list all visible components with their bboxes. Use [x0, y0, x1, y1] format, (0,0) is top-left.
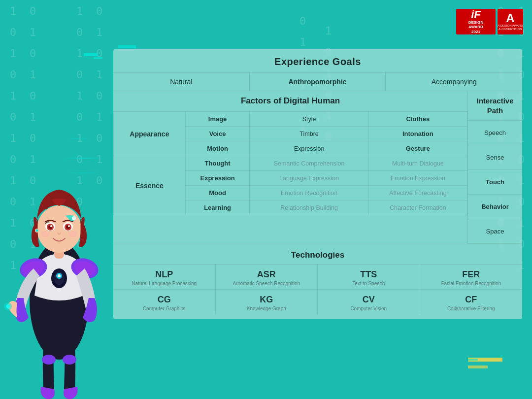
- technologies-section: Technologies NLP Natural Language Proces…: [113, 244, 522, 319]
- if-award-text: DESIGN AWARD 2021: [468, 20, 484, 34]
- deco-cyan-bar4: [468, 359, 478, 361]
- tech-cv-full: Computer Vision: [321, 306, 417, 311]
- ip-items-list: Speech Sense Touch Behavior Space: [468, 121, 522, 244]
- factors-title: Factors of Digital Human: [113, 91, 467, 111]
- svg-point-26: [72, 216, 76, 220]
- interactive-path-title: Interactive Path: [468, 91, 522, 121]
- tech-nlp-abbr: NLP: [116, 269, 212, 280]
- svg-point-22: [41, 231, 50, 237]
- tech-fer-full: Facial Emotion Recognition: [423, 281, 520, 286]
- svg-point-25: [36, 230, 38, 232]
- goal-anthropomorphic: Anthropomorphic: [250, 73, 386, 91]
- svg-point-11: [58, 274, 61, 277]
- factor-lang-exp: Language Expression: [250, 171, 368, 186]
- factor-mood: Mood: [185, 186, 250, 200]
- factor-voice: Voice: [185, 127, 250, 141]
- tech-grid-row1: NLP Natural Language Processing ASR Auto…: [113, 265, 522, 290]
- tech-cf: CF Collaborative Filtering: [420, 290, 523, 314]
- factor-affective: Affective Forecasting: [368, 186, 467, 200]
- tech-cg-full: Computer Graphics: [116, 306, 212, 311]
- tech-cv-abbr: CV: [321, 295, 417, 305]
- goal-natural: Natural: [113, 73, 250, 91]
- factor-thought: Thought: [185, 156, 250, 171]
- tech-asr-full: Automatic Speech Recognition: [219, 281, 315, 286]
- tech-asr: ASR Automatic Speech Recognition: [216, 265, 318, 289]
- tech-grid-row2: CG Computer Graphics KG Knowledge Graph …: [113, 290, 522, 314]
- factor-expression-app: Expression: [250, 141, 368, 156]
- tech-cg: CG Computer Graphics: [113, 290, 216, 314]
- factors-table: Appearance Image Style Clothes Voice Tim…: [113, 111, 467, 215]
- awards-container: iF DESIGN AWARD 2021 A A'DESIGN AWARD & …: [456, 9, 523, 34]
- table-row: Appearance Image Style Clothes: [114, 112, 467, 127]
- technologies-title: Technologies: [113, 244, 522, 265]
- tech-nlp: NLP Natural Language Processing: [113, 265, 216, 289]
- factor-gesture: Gesture: [368, 141, 467, 156]
- deco-yellow-bar2: [468, 366, 488, 368]
- ip-space: Space: [468, 219, 522, 244]
- a-award-letter: A: [506, 12, 514, 24]
- table-row: Essence Thought Semantic Comprehension M…: [114, 156, 467, 171]
- svg-point-21: [68, 225, 70, 227]
- if-logo: iF: [471, 9, 481, 20]
- tech-cf-abbr: CF: [423, 295, 520, 305]
- svg-point-28: [6, 304, 10, 308]
- svg-point-17: [50, 225, 52, 227]
- ip-behavior: Behavior: [468, 195, 522, 219]
- tech-kg: KG Knowledge Graph: [216, 290, 318, 314]
- avatar-svg: [0, 103, 128, 399]
- factor-emo-exp: Emotion Expression: [368, 171, 467, 186]
- goal-accompanying: Accompanying: [386, 73, 522, 91]
- deco-cyan-bar1: [84, 53, 98, 56]
- ip-speech: Speech: [468, 121, 522, 145]
- avatar-area: [0, 103, 128, 399]
- factor-char-form: Character Formation: [368, 200, 467, 215]
- svg-point-7: [63, 355, 76, 365]
- tech-kg-abbr: KG: [219, 295, 315, 305]
- factor-motion: Motion: [185, 141, 250, 156]
- tech-tts-abbr: TTS: [321, 269, 417, 280]
- deco-cyan-bar2: [94, 57, 102, 59]
- tech-cg-abbr: CG: [116, 295, 212, 305]
- factor-intonation: Intonation: [368, 127, 467, 141]
- factors-interactive-section: Factors of Digital Human Appearance Imag…: [113, 91, 522, 244]
- tech-fer-abbr: FER: [423, 269, 520, 280]
- deco-cyan-bar3: [118, 45, 136, 48]
- experience-goals-row: Natural Anthropomorphic Accompanying: [113, 72, 522, 91]
- tech-cv: CV Computer Vision: [318, 290, 420, 314]
- panel-bottom-pad: [113, 314, 522, 319]
- interactive-path-panel: Interactive Path Speech Sense Touch Beha…: [468, 91, 522, 244]
- factor-multiturn: Multi-turn Dialogue: [368, 156, 467, 171]
- svg-point-6: [42, 355, 56, 365]
- factor-learning: Learning: [185, 200, 250, 215]
- tech-nlp-full: Natural Language Processing: [116, 281, 212, 286]
- factor-rel-build: Relationship Building: [250, 200, 368, 215]
- factor-emo-recog: Emotion Recognition: [250, 186, 368, 200]
- factor-style: Style: [250, 112, 368, 127]
- tech-fer: FER Facial Emotion Recognition: [420, 265, 523, 289]
- factor-clothes: Clothes: [368, 112, 467, 127]
- if-award-badge: iF DESIGN AWARD 2021: [456, 9, 496, 34]
- tech-kg-full: Knowledge Graph: [219, 306, 315, 311]
- diagram-title: Experience Goals: [113, 49, 522, 72]
- tech-asr-abbr: ASR: [219, 269, 315, 280]
- a-award-text: A'DESIGN AWARD & COMPETITION: [498, 24, 523, 31]
- svg-point-13: [37, 205, 81, 253]
- a-award-badge: A A'DESIGN AWARD & COMPETITION: [498, 9, 523, 34]
- ip-touch: Touch: [468, 170, 522, 195]
- factor-expression: Expression: [185, 171, 250, 186]
- main-diagram-panel: Experience Goals Natural Anthropomorphic…: [113, 49, 522, 319]
- svg-point-23: [68, 231, 77, 237]
- factors-left-panel: Factors of Digital Human Appearance Imag…: [113, 91, 468, 244]
- ip-sense: Sense: [468, 145, 522, 170]
- tech-tts: TTS Text to Speech: [318, 265, 420, 289]
- tech-cf-full: Collaborative Filtering: [423, 306, 520, 311]
- factor-image: Image: [185, 112, 250, 127]
- tech-tts-full: Text to Speech: [321, 281, 417, 286]
- factor-timbre: Timbre: [250, 127, 368, 141]
- factor-semantic: Semantic Comprehension: [250, 156, 368, 171]
